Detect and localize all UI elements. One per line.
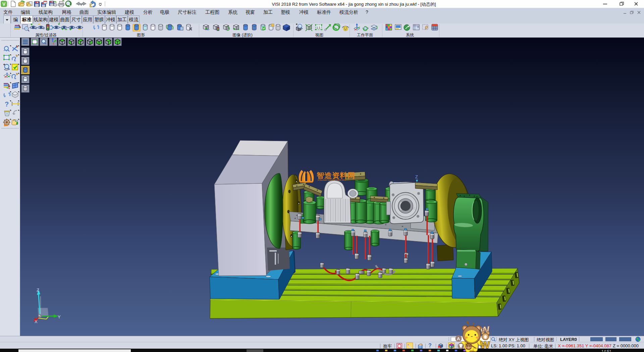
svg-text:Z: Z	[415, 174, 418, 179]
svg-text:X: X	[412, 206, 415, 211]
svg-text:智造资料网: 智造资料网	[316, 171, 355, 180]
svg-text:?: ?	[5, 100, 9, 108]
svg-text:V: V	[2, 1, 6, 7]
svg-text:1:1: 1:1	[316, 26, 321, 29]
svg-text:Z: Z	[37, 288, 39, 293]
svg-text:W: W	[480, 339, 490, 350]
svg-text:INTELLIGENT MANUFACTURING DATA: INTELLIGENT MANUFACTURING DATA	[318, 179, 346, 181]
svg-text:A: A	[457, 336, 460, 341]
svg-text:X: X	[35, 319, 38, 324]
svg-text:Y: Y	[58, 314, 61, 319]
